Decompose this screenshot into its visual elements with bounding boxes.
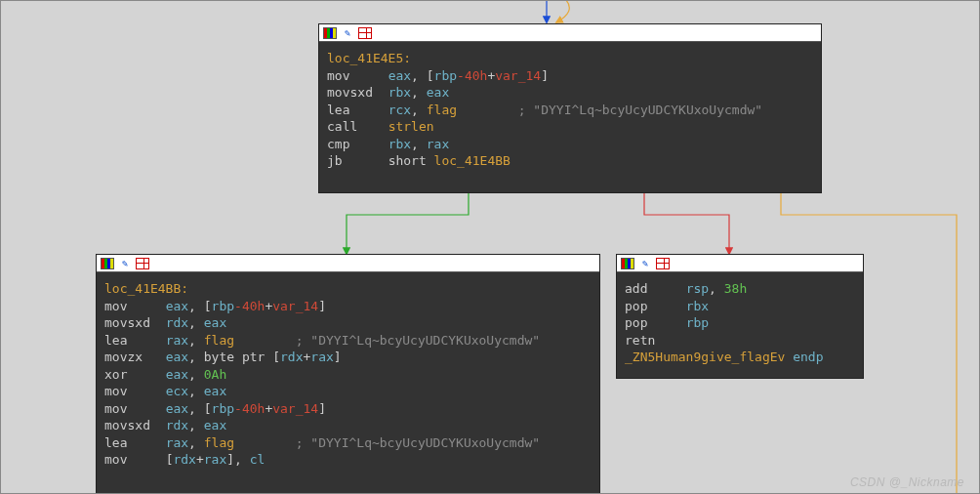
watermark: CSDN @_Nickname — [850, 476, 964, 488]
table-icon[interactable] — [358, 27, 372, 39]
node-titlebar[interactable] — [617, 255, 863, 272]
color-swatch-icon[interactable] — [621, 258, 634, 269]
bb-endp[interactable]: add rsp, 38h pop rbx pop rbp retn _ZN5Hu… — [616, 254, 864, 379]
bb-loc-41E4E5[interactable]: loc_41E4E5: mov eax, [rbp-40h+var_14] mo… — [318, 23, 822, 193]
graph-canvas[interactable]: loc_41E4E5: mov eax, [rbp-40h+var_14] mo… — [0, 0, 980, 494]
table-icon[interactable] — [656, 258, 670, 269]
disasm-body: loc_41E4E5: mov eax, [rbp-40h+var_14] mo… — [319, 42, 821, 192]
disasm-body: add rsp, 38h pop rbx pop rbp retn _ZN5Hu… — [617, 272, 863, 378]
pencil-icon[interactable] — [118, 257, 132, 270]
color-swatch-icon[interactable] — [323, 27, 337, 39]
pencil-icon[interactable] — [638, 257, 652, 270]
pencil-icon[interactable] — [341, 26, 354, 40]
color-swatch-icon[interactable] — [101, 258, 114, 269]
bb-loc-41E4BB[interactable]: loc_41E4BB: mov eax, [rbp-40h+var_14] mo… — [96, 254, 600, 494]
label: loc_41E4BB: — [104, 281, 188, 296]
label: loc_41E4E5: — [327, 51, 411, 65]
table-icon[interactable] — [136, 258, 149, 269]
disasm-body: loc_41E4BB: mov eax, [rbp-40h+var_14] mo… — [97, 272, 599, 493]
node-titlebar[interactable] — [319, 24, 821, 42]
node-titlebar[interactable] — [97, 255, 599, 272]
